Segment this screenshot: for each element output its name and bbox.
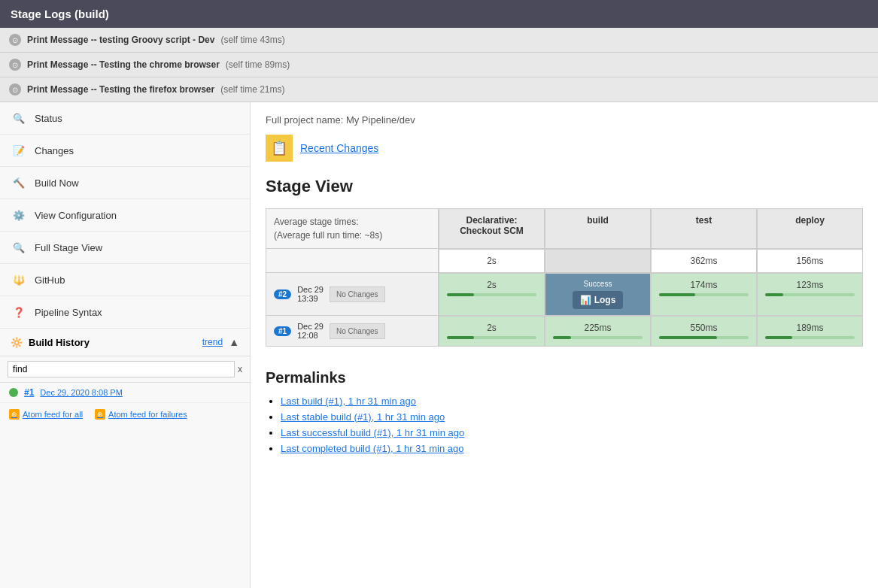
build-date-link-1[interactable]: Dec 29, 2020 8:08 PM [40, 388, 122, 397]
average-stage-label: Average stage times: [274, 217, 430, 227]
stage-logs-header: Stage Logs (build) [0, 0, 878, 28]
build-2-label: #2 Dec 29 13:39 No Changes [266, 273, 439, 316]
build-2-cell-checkout[interactable]: 2s [439, 273, 545, 316]
sidebar-label-status: Status [35, 113, 62, 124]
build-1-info: Dec 29 12:08 [297, 322, 324, 340]
sidebar-item-github[interactable]: 🔱 GitHub [0, 264, 250, 296]
build-list-item-1[interactable]: #1 Dec 29, 2020 8:08 PM [0, 383, 250, 403]
build-2-cell-deploy[interactable]: 123ms [757, 273, 863, 316]
build-status-dot-1 [9, 388, 18, 397]
stage-logs-title: Stage Logs (build) [11, 8, 109, 20]
log-text-1: Print Message -- testing Groovy script -… [27, 35, 214, 45]
build-row-1: #1 Dec 29 12:08 No Changes 2s 225ms [266, 316, 863, 347]
build-1-badge: #1 [274, 326, 291, 336]
build-history-section: 🔆 Build History trend ▲ [0, 329, 250, 356]
find-input-row: x [0, 356, 250, 383]
build-1-time: 12:08 [297, 331, 324, 340]
sidebar-item-build-now[interactable]: 🔨 Build Now [0, 167, 250, 199]
log-icon-1: ⊙ [9, 34, 21, 46]
avg-time-deploy: 156ms [757, 249, 863, 273]
changes-icon: 📝 [11, 142, 27, 159]
permalink-last-successful[interactable]: Last successful build (#1), 1 hr 31 min … [281, 427, 464, 438]
build-1-cell-deploy[interactable]: 189ms [757, 316, 863, 347]
build-2-no-changes: No Changes [330, 286, 385, 302]
log-entry-2[interactable]: ⊙ Print Message -- Testing the chrome br… [0, 53, 878, 77]
atom-feed-failures-label: Atom feed for failures [108, 410, 187, 419]
average-run-label: (Average full run time: ~8s) [274, 230, 430, 241]
stage-header-checkout: Declarative: Checkout SCM [439, 208, 545, 249]
build-1-cell-checkout[interactable]: 2s [439, 316, 545, 347]
sidebar-label-changes: Changes [35, 145, 74, 156]
permalink-last-completed[interactable]: Last completed build (#1), 1 hr 31 min a… [281, 443, 464, 454]
recent-changes-link[interactable]: Recent Changes [300, 142, 378, 154]
permalinks-section: Permalinks Last build (#1), 1 hr 31 min … [266, 369, 863, 454]
collapse-build-history-button[interactable]: ▲ [229, 336, 239, 348]
find-input[interactable] [8, 361, 235, 377]
list-item: Last build (#1), 1 hr 31 min ago [281, 396, 863, 407]
atom-failures-icon: ⊛ [95, 409, 105, 420]
log-entry-1[interactable]: ⊙ Print Message -- testing Groovy script… [0, 28, 878, 53]
log-time-2: (self time 89ms) [226, 59, 290, 70]
list-item: Last completed build (#1), 1 hr 31 min a… [281, 443, 863, 454]
average-stage-info: Average stage times: (Average full run t… [266, 208, 439, 249]
avg-times-cells: 2s 362ms 156ms [439, 249, 863, 273]
recent-changes-row: 📋 Recent Changes [266, 135, 863, 162]
logs-button[interactable]: 📊 Logs [573, 291, 624, 309]
atom-feeds: ⊛ Atom feed for all ⊛ Atom feed for fail… [0, 403, 250, 426]
build-1-cell-test[interactable]: 550ms [651, 316, 757, 347]
build-2-cell-build[interactable]: Success 📊 Logs [545, 273, 651, 316]
project-name: Full project name: My Pipeline/dev [266, 114, 863, 126]
log-entries-container: ⊙ Print Message -- testing Groovy script… [0, 28, 878, 102]
avg-left-spacer [266, 249, 439, 273]
sidebar: 🔍 Status 📝 Changes 🔨 Build Now ⚙️ View C… [0, 102, 251, 588]
permalink-last-stable[interactable]: Last stable build (#1), 1 hr 31 min ago [281, 411, 445, 423]
build-1-cell-build[interactable]: 225ms [545, 316, 651, 347]
build-history-label: Build History [29, 337, 90, 348]
sidebar-item-full-stage-view[interactable]: 🔍 Full Stage View [0, 232, 250, 264]
trend-link[interactable]: trend [202, 337, 223, 347]
build-1-date: Dec 29 [297, 322, 324, 331]
sidebar-item-pipeline-syntax[interactable]: ❓ Pipeline Syntax [0, 296, 250, 329]
atom-feed-all-link[interactable]: ⊛ Atom feed for all [9, 409, 83, 420]
log-time-1: (self time 43ms) [220, 35, 284, 45]
log-time-3: (self time 21ms) [220, 84, 284, 95]
list-item: Last successful build (#1), 1 hr 31 min … [281, 427, 863, 438]
build-2-date: Dec 29 [297, 285, 324, 294]
view-configuration-icon: ⚙️ [11, 207, 27, 223]
build-history-icon: 🔆 [11, 337, 23, 348]
build-num-link-1[interactable]: #1 [24, 387, 34, 398]
sidebar-label-github: GitHub [35, 274, 65, 286]
list-item: Last stable build (#1), 1 hr 31 min ago [281, 411, 863, 423]
recent-changes-icon: 📋 [266, 135, 293, 162]
find-clear-button[interactable]: x [238, 364, 242, 374]
main-layout: 🔍 Status 📝 Changes 🔨 Build Now ⚙️ View C… [0, 102, 878, 588]
build-2-cell-test[interactable]: 174ms [651, 273, 757, 316]
permalink-last-build[interactable]: Last build (#1), 1 hr 31 min ago [281, 396, 416, 407]
content-area: Full project name: My Pipeline/dev 📋 Rec… [251, 102, 878, 588]
build-1-label: #1 Dec 29 12:08 No Changes [266, 316, 439, 347]
full-stage-view-icon: 🔍 [11, 239, 27, 256]
build-2-cells: 2s Success 📊 Logs 174ms [439, 273, 863, 316]
build-2-info: Dec 29 13:39 [297, 285, 324, 303]
stage-header-build: build [545, 208, 651, 249]
build-2-time: 13:39 [297, 294, 324, 303]
sidebar-item-changes[interactable]: 📝 Changes [0, 135, 250, 167]
permalink-list: Last build (#1), 1 hr 31 min ago Last st… [266, 396, 863, 454]
build-now-icon: 🔨 [11, 174, 27, 191]
stage-view-title: Stage View [266, 177, 863, 196]
build-history-title-row: 🔆 Build History [11, 337, 90, 348]
stage-table-top: Average stage times: (Average full run t… [266, 208, 863, 249]
avg-time-test: 362ms [651, 249, 757, 273]
atom-feed-failures-link[interactable]: ⊛ Atom feed for failures [95, 409, 187, 420]
log-icon-2: ⊙ [9, 59, 21, 71]
avg-time-checkout: 2s [439, 249, 545, 273]
log-text-2: Print Message -- Testing the chrome brow… [27, 59, 220, 70]
sidebar-item-view-configuration[interactable]: ⚙️ View Configuration [0, 199, 250, 232]
sidebar-label-view-configuration: View Configuration [35, 210, 117, 221]
sidebar-item-status[interactable]: 🔍 Status [0, 102, 250, 135]
log-text-3: Print Message -- Testing the firefox bro… [27, 84, 214, 95]
stage-header-deploy: deploy [757, 208, 863, 249]
log-entry-3[interactable]: ⊙ Print Message -- Testing the firefox b… [0, 77, 878, 102]
build-history-controls: trend ▲ [202, 336, 239, 348]
avg-times-row: 2s 362ms 156ms [266, 249, 863, 273]
